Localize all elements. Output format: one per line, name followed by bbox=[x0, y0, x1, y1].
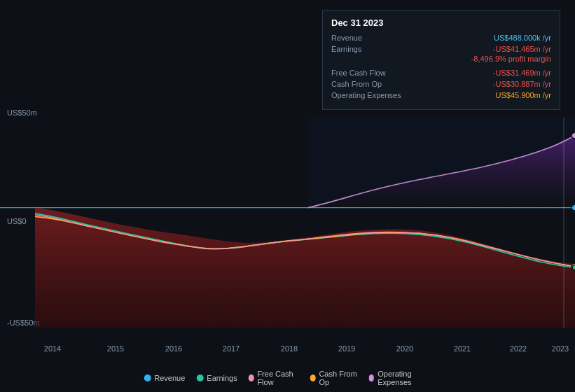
tooltip-margin-value: -8,496.9% profit margin bbox=[471, 55, 551, 63]
tooltip-fcf-label: Free Cash Flow bbox=[331, 69, 408, 77]
svg-point-4 bbox=[571, 204, 575, 211]
tooltip-fcf-row: Free Cash Flow -US$31.469m /yr bbox=[331, 69, 551, 77]
tooltip-opex-label: Operating Expenses bbox=[331, 91, 408, 99]
y-label-top: US$50m bbox=[7, 108, 37, 117]
x-label-2023: 2023 bbox=[552, 344, 569, 353]
tooltip-panel: Dec 31 2023 Revenue US$488.000k /yr Earn… bbox=[322, 10, 560, 110]
x-label-2016: 2016 bbox=[165, 344, 182, 353]
legend-revenue-label: Revenue bbox=[154, 374, 185, 382]
tooltip-date: Dec 31 2023 bbox=[331, 18, 551, 28]
legend-fcf-dot bbox=[249, 374, 254, 382]
tooltip-cfo-label: Cash From Op bbox=[331, 80, 408, 88]
x-axis: 2014 2015 2016 2017 2018 2019 2020 2021 … bbox=[0, 344, 575, 357]
legend-earnings-dot bbox=[196, 374, 203, 382]
legend-earnings-label: Earnings bbox=[207, 374, 237, 382]
legend-fcf-label: Free Cash Flow bbox=[257, 370, 298, 386]
tooltip-revenue-value: US$488.000k /yr bbox=[494, 34, 551, 42]
tooltip-earnings-value: -US$41.465m /yr bbox=[493, 45, 551, 53]
tooltip-revenue-row: Revenue US$488.000k /yr bbox=[331, 34, 551, 42]
x-label-2018: 2018 bbox=[281, 344, 298, 353]
legend-cfo-dot bbox=[310, 374, 316, 382]
tooltip-cfo-value: -US$30.887m /yr bbox=[493, 80, 551, 88]
legend-earnings[interactable]: Earnings bbox=[196, 374, 237, 382]
tooltip-earnings-label: Earnings bbox=[331, 45, 408, 53]
svg-point-6 bbox=[572, 265, 575, 270]
legend-cfo-label: Cash From Op bbox=[319, 370, 357, 386]
legend-opex[interactable]: Operating Expenses bbox=[369, 370, 431, 386]
x-label-2019: 2019 bbox=[338, 344, 355, 353]
x-label-2022: 2022 bbox=[510, 344, 527, 353]
x-label-2017: 2017 bbox=[223, 344, 240, 353]
legend-revenue[interactable]: Revenue bbox=[144, 374, 185, 382]
tooltip-margin-row: -8,496.9% profit margin bbox=[331, 56, 551, 66]
tooltip-opex-row: Operating Expenses US$45.900m /yr bbox=[331, 91, 551, 99]
svg-point-3 bbox=[571, 132, 575, 139]
legend-revenue-dot bbox=[144, 374, 151, 382]
x-label-2020: 2020 bbox=[396, 344, 413, 353]
legend: Revenue Earnings Free Cash Flow Cash Fro… bbox=[144, 370, 431, 386]
x-label-2014: 2014 bbox=[44, 344, 61, 353]
x-label-2021: 2021 bbox=[454, 344, 471, 353]
tooltip-revenue-label: Revenue bbox=[331, 34, 408, 42]
tooltip-fcf-value: -US$31.469m /yr bbox=[493, 69, 551, 77]
legend-opex-label: Operating Expenses bbox=[377, 370, 431, 386]
legend-fcf[interactable]: Free Cash Flow bbox=[249, 370, 299, 386]
tooltip-cfo-row: Cash From Op -US$30.887m /yr bbox=[331, 80, 551, 88]
x-label-2015: 2015 bbox=[107, 344, 124, 353]
chart-svg bbox=[0, 118, 575, 328]
tooltip-opex-value: US$45.900m /yr bbox=[496, 91, 551, 99]
legend-cfo[interactable]: Cash From Op bbox=[310, 370, 358, 386]
legend-opex-dot bbox=[369, 374, 375, 382]
tooltip-earnings-row: Earnings -US$41.465m /yr bbox=[331, 45, 551, 53]
